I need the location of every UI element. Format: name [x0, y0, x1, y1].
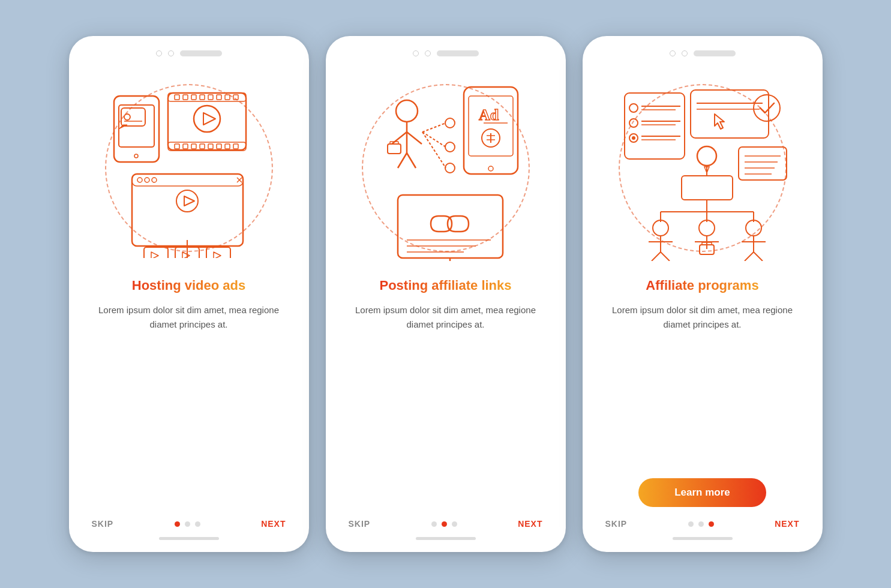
phone-top-bar-3	[599, 50, 806, 56]
svg-rect-78	[625, 93, 685, 159]
phone-screen-3: Affiliate programs Lorem ipsum dolor sit…	[583, 36, 823, 552]
phone-screen-1: Hosting video ads Lorem ipsum dolor sit …	[69, 36, 309, 552]
svg-point-32	[152, 178, 157, 182]
svg-point-93	[754, 95, 780, 121]
bottom-nav-2: SKIP NEXT	[343, 519, 549, 529]
phone-screen-2: Ad	[326, 36, 566, 552]
svg-line-59	[422, 132, 446, 168]
dot-2-1	[431, 521, 437, 527]
svg-point-31	[145, 178, 149, 182]
svg-point-61	[445, 142, 455, 152]
card-title-2: Posting affiliate links	[379, 277, 511, 295]
svg-rect-14	[217, 95, 221, 100]
svg-point-30	[137, 178, 142, 182]
skip-button-3[interactable]: SKIP	[605, 519, 628, 529]
svg-point-71	[488, 166, 493, 171]
phone-pill-2	[437, 50, 479, 56]
svg-line-112	[652, 252, 661, 261]
svg-rect-10	[183, 95, 188, 100]
svg-rect-0	[114, 96, 159, 162]
svg-point-47	[396, 100, 418, 122]
home-indicator-3	[673, 537, 733, 540]
svg-rect-16	[233, 95, 238, 100]
svg-rect-89	[691, 90, 769, 138]
dot-3-2	[698, 521, 704, 527]
svg-marker-5	[119, 125, 127, 129]
dot-1-1	[175, 521, 180, 527]
svg-rect-28	[132, 174, 243, 246]
bottom-nav-1: SKIP NEXT	[86, 519, 292, 529]
phone-pill-1	[180, 50, 222, 56]
svg-point-121	[746, 220, 761, 236]
phone-pill-3	[694, 50, 736, 56]
svg-point-99	[697, 146, 716, 166]
svg-line-50	[407, 132, 422, 144]
illustration-area-3	[599, 66, 806, 270]
svg-rect-23	[217, 144, 221, 149]
svg-marker-43	[182, 252, 190, 258]
skip-button-2[interactable]: SKIP	[349, 519, 371, 529]
svg-rect-11	[191, 95, 196, 100]
illustration-area-2: Ad	[343, 66, 549, 270]
svg-rect-12	[200, 95, 205, 100]
phone-top-bar-1	[86, 50, 292, 56]
dot-3-3	[709, 521, 714, 527]
pagination-dots-3	[688, 521, 714, 527]
svg-rect-24	[225, 144, 230, 149]
next-button-2[interactable]: NEXT	[518, 519, 542, 529]
phone-circle-5	[670, 50, 676, 56]
screens-container: Hosting video ads Lorem ipsum dolor sit …	[69, 36, 823, 552]
svg-marker-41	[151, 252, 158, 258]
skip-button-1[interactable]: SKIP	[92, 519, 114, 529]
dot-1-3	[195, 521, 200, 527]
next-button-3[interactable]: NEXT	[775, 519, 799, 529]
svg-point-109	[653, 220, 668, 236]
svg-marker-92	[715, 114, 724, 129]
svg-line-55	[398, 153, 407, 168]
svg-marker-27	[203, 113, 215, 125]
phone-circle-2	[168, 50, 174, 56]
svg-rect-72	[398, 195, 503, 258]
svg-marker-36	[184, 196, 194, 206]
dot-2-2	[442, 521, 447, 527]
phone-circle-3	[413, 50, 419, 56]
illustration-area-1	[86, 66, 292, 270]
svg-rect-94	[739, 147, 787, 180]
card-body-1: Lorem ipsum dolor sit dim amet, mea regi…	[86, 303, 292, 408]
phone-circle-4	[425, 50, 431, 56]
card-body-3: Lorem ipsum dolor sit dim amet, mea regi…	[599, 303, 806, 472]
svg-rect-9	[175, 95, 179, 100]
svg-line-125	[754, 252, 763, 261]
svg-rect-13	[208, 95, 213, 100]
svg-point-79	[629, 104, 638, 112]
svg-text:Ad: Ad	[479, 106, 499, 124]
pagination-dots-2	[431, 521, 457, 527]
svg-rect-51	[388, 144, 401, 154]
svg-point-82	[629, 119, 638, 127]
card-body-2: Lorem ipsum dolor sit dim amet, mea regi…	[343, 303, 549, 408]
svg-point-114	[699, 220, 715, 236]
svg-rect-20	[191, 144, 196, 149]
svg-line-49	[392, 132, 407, 144]
svg-rect-21	[200, 144, 205, 149]
learn-more-button[interactable]: Learn more	[638, 478, 766, 507]
home-indicator-1	[159, 537, 219, 540]
svg-rect-19	[183, 144, 188, 149]
pagination-dots-1	[175, 521, 200, 527]
svg-line-113	[661, 252, 670, 261]
svg-point-6	[134, 154, 138, 158]
home-indicator-2	[416, 537, 476, 540]
phone-top-bar-2	[343, 50, 549, 56]
phone-circle-6	[682, 50, 688, 56]
video-ads-illustration	[102, 78, 276, 258]
svg-point-26	[194, 106, 220, 132]
svg-rect-22	[208, 144, 213, 149]
svg-point-86	[632, 136, 635, 140]
affiliate-links-illustration: Ad	[359, 75, 533, 261]
dot-1-2	[185, 521, 190, 527]
svg-line-58	[422, 132, 446, 147]
card-title-3: Affiliate programs	[646, 277, 758, 295]
next-button-1[interactable]: NEXT	[261, 519, 286, 529]
svg-rect-63	[464, 87, 518, 174]
svg-rect-18	[175, 144, 179, 149]
